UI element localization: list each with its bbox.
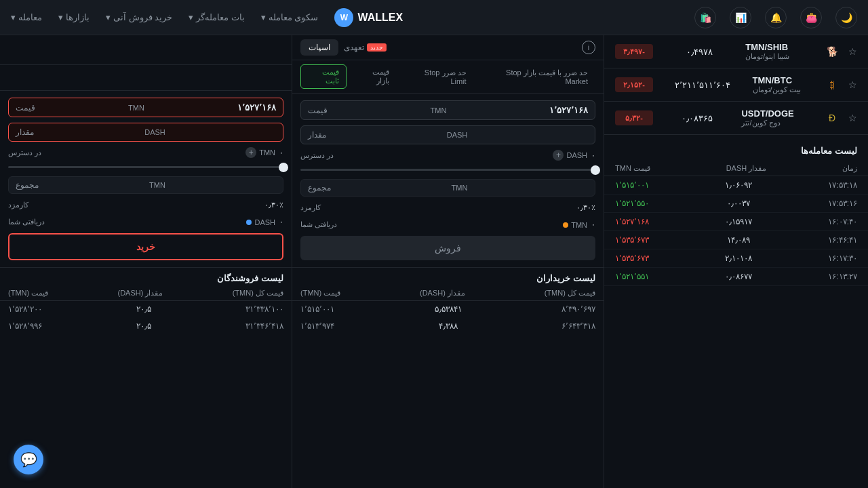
table-row: ۱۷:۵۳:۱۸ ۱٫۰۶۰۹۲ ۱٬۵۱۵٬۰۰۱ [604,176,868,195]
buy-price-value: ۱٬۵۲۷٬۱۶۸ [237,102,276,113]
buyer-total-0: ۸٬۳۹۰٬۶۹۷ [561,304,595,314]
trade-price: ۱٬۵۲۱٬۵۵۱ [615,272,649,281]
order-type-stop-market[interactable]: حد ضرر با قیمت بازار Stop Market [479,65,595,89]
sell-price-row[interactable]: ۱٬۵۲۷٬۱۶۸ TMN قیمت [300,100,595,120]
sell-amount-currency: DASH [447,131,468,139]
trade-time: ۱۶:۰۷:۴۰ [828,217,857,226]
sell-fee-row: ۰٫۳۰٪ کارمزد [300,202,595,214]
buyers-col-price: قیمت (TMN) [300,289,340,298]
buy-receive-row: ۰ DASH دریافتی شما [8,216,283,228]
sell-amount-label: مقدار [308,130,326,140]
buy-total-label: مجموع [16,180,39,190]
order-type-fixed[interactable]: قیمت ثابت [300,64,347,89]
trade-time: ۱۷:۵۳:۱۸ [828,180,857,190]
info-icon[interactable]: i [582,41,595,54]
sell-receive-row: ۰ TMN دریافتی شما [300,219,595,230]
sell-total-currency: TMN [452,184,468,192]
buy-receive-value: ۰ DASH [246,218,283,226]
pair-item-btc-left: ☆ ₿ [823,75,857,94]
logo-text: WALLEX [357,12,403,24]
buy-total-row[interactable]: TMN مجموع [8,176,283,194]
header: 🌙 👛 🔔 📊 🛍️ WALLEX W سکوی معامله ▾ بات مع… [0,0,868,35]
pair-item-doge[interactable]: ☆ Ð USDT/DOGE دوج کوین/تتر ۰٫۰۸۳۶۵ -۵٫۳۲ [604,102,868,135]
pair-item-btc[interactable]: ☆ ₿ TMN/BTC بیت کوین/تومان ۲٬۲۱۱٬۵۱۱٬۶۰۴… [604,68,868,102]
trades-col-amount: مقدار DASH [726,164,767,173]
sell-receive-currency: TMN [571,221,587,229]
buy-available-value: ۰ TMN + [245,147,283,158]
buy-slider-track[interactable] [8,166,283,168]
nav-trade[interactable]: معامله ▾ [11,12,42,22]
buy-add-btn[interactable]: + [245,147,256,158]
wallet-icon-btn[interactable]: 👛 [800,7,822,28]
nav-buy-sell[interactable]: خرید فروش آنی ▾ [106,12,172,22]
table-row: ۱۶:۱۷:۳۰ ۲٫۱۰۱۰۸ ۱٬۵۳۵٬۶۷۳ [604,249,868,268]
sell-slider-row [300,166,595,174]
sell-available-currency: DASH [566,151,587,159]
star-icon-shib[interactable]: ☆ [848,46,857,57]
sell-receive-label: دریافتی شما [300,220,337,229]
pair-subname-btc: بیت کوین/تومان [753,85,801,94]
sell-amount-row[interactable]: DASH مقدار [300,125,595,144]
sell-available-label: در دسترس [300,151,334,160]
sell-total-row[interactable]: TMN مجموع [300,179,595,197]
table-row: ۱۶:۰۷:۴۰ ۰٫۱۵۹۱۷ ۱٬۵۲۷٬۱۶۸ [604,213,868,231]
tab-spot[interactable]: اسپات [300,39,338,56]
sell-price-label: قیمت [308,106,328,115]
coin-icon-doge: Ð [823,108,842,127]
sell-button[interactable]: فروش [300,236,595,260]
sellers-col-total: قیمت کل (TMN) [233,289,283,298]
sidebar: ☆ 🐕 TMN/SHIB شیبا اینو/تومان ۰٫۴۹۷۸ -۳٫۴… [604,35,868,488]
trade-amount: ۲٫۱۰۱۰۸ [725,253,752,263]
buy-button[interactable]: خرید [8,233,283,260]
buyer-total-1: ۶٬۶۴۳٬۳۱۸ [561,321,595,331]
bag-btn[interactable]: 🛍️ [694,7,716,28]
sell-slider-track[interactable] [300,169,595,171]
trade-price: ۱٬۵۲۱٬۵۵۰ [615,199,649,208]
buy-amount-row[interactable]: DASH مقدار [8,123,283,142]
trades-cols: زمان مقدار DASH قیمت TMN [604,161,868,176]
portfolio-btn[interactable]: 📊 [730,7,751,28]
star-icon-btc[interactable]: ☆ [848,79,857,90]
pair-change-doge: -۵٫۳۲ [615,110,653,125]
order-type-market[interactable]: قیمت بازار [352,64,397,89]
buy-price-row[interactable]: ۱٬۵۲۷٬۱۶۸ TMN قیمت [8,98,283,117]
sellers-list-title: لیست فروشندگان [217,273,283,283]
table-row: ۱۷:۵۳:۱۶ ۰٫۰۰۳۷ ۱٬۵۲۱٬۵۵۰ [604,195,868,213]
sell-form: ۱٬۵۲۷٬۱۶۸ TMN قیمت DASH مقدار ۰ [292,94,604,267]
trade-time: ۱۷:۵۳:۱۶ [828,199,857,208]
order-type-stop-limit[interactable]: حد ضرر Stop Limit [402,65,473,89]
list-item: ۳۱٬۳۴۶٬۴۱۸ ۲۰٫۵ ۱٬۵۲۸٬۹۹۶ [0,318,292,335]
seller-amount-0: ۲۰٫۵ [136,304,151,314]
sellers-list-cols: قیمت کل (TMN) مقدار (DASH) قیمت (TMN) [0,286,292,301]
buy-slider-thumb[interactable] [279,163,288,172]
trade-price: ۱٬۵۱۵٬۰۰۱ [615,180,649,190]
notification-btn[interactable]: 🔔 [765,7,787,28]
sell-slider-thumb[interactable] [591,165,600,175]
table-row: ۱۶:۱۳:۲۷ ۰٫۰۸۶۷۷ ۱٬۵۲۱٬۵۵۱ [604,268,868,286]
star-icon-doge[interactable]: ☆ [848,113,857,123]
theme-toggle-btn[interactable]: 🌙 [835,7,857,28]
sellers-col-amount: مقدار (DASH) [118,289,163,298]
buy-price-currency: TMN [128,104,144,112]
sell-add-btn[interactable]: + [553,150,564,161]
tab-tahdodi[interactable]: جدید تعهدی [344,43,387,52]
buyers-list-section: لیست خریداران قیمت کل (TMN) مقدار (DASH)… [292,267,604,488]
chat-button[interactable]: 💬 [14,445,43,474]
list-item: ۶٬۶۴۳٬۳۱۸ ۴٫۳۸۸ ۱٬۵۱۳٬۹۷۴ [292,318,604,335]
buyer-amount-1: ۴٫۳۸۸ [439,321,458,331]
pair-info-btc: TMN/BTC بیت کوین/تومان [753,75,801,94]
nav-sokouye-moamele[interactable]: سکوی معامله ▾ [261,12,319,22]
nav-markets[interactable]: بازارها ▾ [58,12,90,22]
nav-bot[interactable]: بات معامله‌گر ▾ [189,12,245,22]
pair-item-shib[interactable]: ☆ 🐕 TMN/SHIB شیبا اینو/تومان ۰٫۴۹۷۸ -۳٫۴… [604,35,868,68]
seller-total-1: ۳۱٬۳۴۶٬۴۱۸ [245,321,283,331]
header-left: 🌙 👛 🔔 📊 🛍️ [694,7,857,28]
sell-fee-value: ۰٫۳۰٪ [576,203,595,212]
buy-form: ۱٬۵۲۷٬۱۶۸ TMN قیمت DASH مقدار ۰ [0,91,292,267]
trades-header: لیست معامله‌ها [604,140,868,161]
pair-item-doge-left: ☆ Ð [823,108,857,127]
sellers-col-price: قیمت (TMN) [8,289,48,298]
new-badge: جدید [367,43,387,52]
logo: WALLEX W [334,8,403,27]
pair-info-shib: TMN/SHIB شیبا اینو/تومان [745,42,789,61]
